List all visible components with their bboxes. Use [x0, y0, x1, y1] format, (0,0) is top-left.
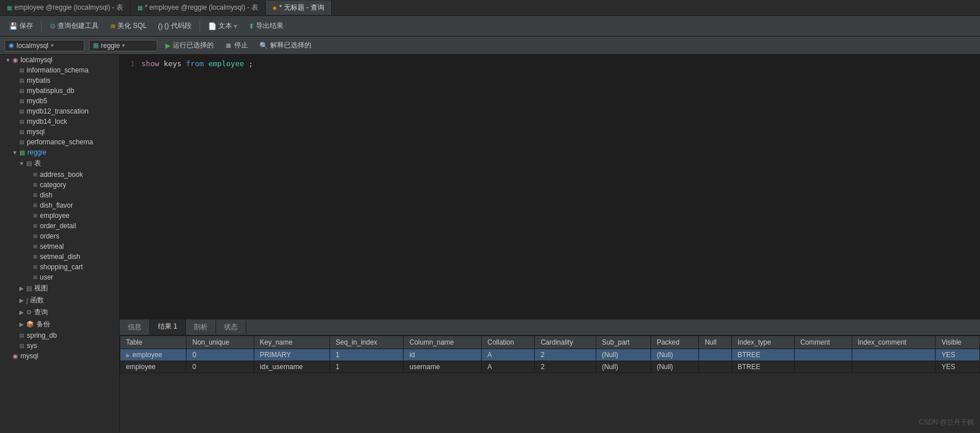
results-tabs: 信息 结果 1 剖析 状态: [120, 319, 980, 335]
sidebar-item-sys[interactable]: ▤ sys: [0, 341, 119, 351]
sidebar-label: setmeal: [40, 242, 64, 250]
sidebar-item-mysql-root[interactable]: ◉ mysql: [0, 351, 119, 361]
sidebar-item-mysql[interactable]: ▤ mysql: [0, 127, 119, 137]
sidebar-item-address-book[interactable]: ⊞ address_book: [0, 169, 119, 180]
sidebar-item-shopping-cart[interactable]: ⊞ shopping_cart: [0, 262, 119, 272]
sidebar-label: user: [40, 273, 53, 281]
arrow: ▶: [18, 285, 25, 292]
sidebar-item-localmysql[interactable]: ▼ ◉ localmysql: [0, 55, 119, 65]
cell-null: [699, 361, 732, 373]
sidebar-item-setmeal-dish[interactable]: ⊞ setmeal_dish: [0, 252, 119, 262]
sidebar-item-mydb14[interactable]: ▤ mydb14_lock: [0, 116, 119, 127]
stop-button[interactable]: ⏹ 停止: [222, 39, 251, 51]
folder-icon: ▤: [26, 285, 32, 292]
main-layout: ▼ ◉ localmysql ▤ information_schema ▤ my…: [0, 55, 980, 433]
tab-query[interactable]: ◈ * 无标题 - 查询: [266, 1, 332, 15]
table-icon: ⊞: [33, 213, 38, 218]
sidebar-item-mydb5[interactable]: ▤ mydb5: [0, 96, 119, 106]
tab-status[interactable]: 状态: [216, 320, 246, 334]
row-arrow: ▶: [126, 352, 131, 358]
sidebar-item-mybatisplus[interactable]: ▤ mybatisplus_db: [0, 86, 119, 96]
tab-employee-table2[interactable]: ▦ * employee @reggie (localmysql) - 表: [131, 1, 266, 15]
sidebar-item-order-detail[interactable]: ⊞ order_detail: [0, 221, 119, 231]
database-select[interactable]: ▦ reggie ▾: [89, 40, 157, 51]
sidebar-label-reggie: reggie: [27, 148, 46, 156]
run-button[interactable]: ▶ 运行已选择的: [162, 39, 217, 51]
expand-arrow-reggie: ▼: [11, 149, 18, 156]
sidebar-item-orders[interactable]: ⊞ orders: [0, 231, 119, 241]
table-icon: ⊞: [33, 254, 38, 260]
sidebar-item-setmeal[interactable]: ⊞ setmeal: [0, 241, 119, 252]
col-null: Null: [699, 336, 732, 349]
tab-result1[interactable]: 结果 1: [150, 319, 186, 335]
sidebar-item-dish[interactable]: ⊞ dish: [0, 190, 119, 200]
expand-arrow-tables: ▼: [18, 160, 25, 167]
sidebar-item-spring-db[interactable]: ▤ spring_db: [0, 330, 119, 341]
sidebar-item-backup[interactable]: ▶ 📦 备份: [0, 318, 119, 330]
table-icon: ▦: [7, 5, 12, 11]
explain-icon: 🔍: [259, 42, 268, 50]
col-comment: Comment: [794, 336, 852, 349]
sidebar-item-user[interactable]: ⊞ user: [0, 272, 119, 282]
cell-index-comment: [852, 361, 936, 373]
cell-collation: A: [481, 361, 534, 373]
export-button[interactable]: ⬆ 导出结果: [244, 19, 288, 33]
arrow: ▶: [18, 309, 25, 315]
sidebar-item-mydb12[interactable]: ▤ mydb12_transcation: [0, 106, 119, 116]
query-icon: ◈: [273, 5, 277, 11]
server-select[interactable]: ◉ localmysql ▾: [5, 40, 84, 51]
explain-button[interactable]: 🔍 解释已选择的: [256, 39, 315, 51]
sidebar-label: employee: [40, 212, 70, 220]
save-button[interactable]: 💾 保存: [5, 19, 38, 33]
cell-col-name: username: [404, 361, 482, 373]
sidebar-item-views[interactable]: ▶ ▤ 视图: [0, 282, 119, 294]
sql-editor[interactable]: 1 show keys from employee ;: [120, 55, 980, 319]
query-builder-icon: ⚙: [50, 22, 56, 30]
cell-non-unique: 0: [186, 361, 254, 373]
col-index-type: Index_type: [731, 336, 794, 349]
table-icon: ⊞: [33, 244, 38, 249]
db-icon: ▤: [19, 343, 25, 349]
cell-index-type: BTREE: [731, 361, 794, 373]
keyword-show: show: [141, 59, 159, 68]
sidebar-item-employee[interactable]: ⊞ employee: [0, 211, 119, 221]
table-icon: ⊞: [33, 223, 38, 229]
cell-comment: [794, 349, 852, 361]
sidebar-item-funcs[interactable]: ▶ ∫ 函数: [0, 294, 119, 306]
sidebar-item-information-schema[interactable]: ▤ information_schema: [0, 65, 119, 75]
tab-employee-table1[interactable]: ▦ employee @reggie (localmysql) - 表: [0, 1, 131, 15]
sidebar-item-performance[interactable]: ▤ performance_schema: [0, 137, 119, 147]
beautify-button[interactable]: ≋ 美化 SQL: [105, 19, 151, 33]
sidebar-item-mybatis[interactable]: ▤ mybatis: [0, 75, 119, 86]
text-button[interactable]: 📄 文本 ▾: [204, 19, 242, 33]
table-name: employee: [208, 59, 244, 68]
db-icon: ▦: [93, 42, 99, 49]
table-icon: ⊞: [33, 192, 38, 198]
db-icon: ▤: [19, 67, 25, 73]
tab-profiling[interactable]: 剖析: [186, 320, 216, 334]
sidebar-label: information_schema: [27, 66, 88, 74]
dropdown-arrow: ▾: [234, 22, 237, 30]
col-collation: Collation: [481, 336, 534, 349]
sidebar-item-queries[interactable]: ▶ ⚙ 查询: [0, 306, 119, 318]
sidebar-item-tables-folder[interactable]: ▼ ▤ 表: [0, 157, 119, 169]
sidebar-item-reggie[interactable]: ▼ ▦ reggie: [0, 147, 119, 157]
sidebar-item-category[interactable]: ⊞ category: [0, 180, 119, 190]
db-icon: ▤: [19, 139, 25, 145]
sidebar-label: setmeal_dish: [40, 253, 80, 261]
table-row[interactable]: ▶ employee 0 PRIMARY 1 id A 2 (Null) (Nu…: [120, 349, 980, 361]
db-dropdown-arrow: ▾: [122, 42, 125, 48]
col-column-name: Column_name: [404, 336, 482, 349]
cell-sub-part: (Null): [596, 349, 650, 361]
save-icon: 💾: [9, 22, 18, 30]
db-icon: ▤: [19, 129, 25, 135]
stop-icon: ⏹: [225, 42, 232, 50]
code-snippet-button[interactable]: () () 代码段: [153, 19, 196, 33]
table-icon2: ▦: [137, 5, 143, 11]
top-tabs-bar: ▦ employee @reggie (localmysql) - 表 ▦ * …: [0, 0, 980, 16]
tab-info[interactable]: 信息: [120, 320, 150, 334]
sidebar-item-dish-flavor[interactable]: ⊞ dish_flavor: [0, 200, 119, 211]
sidebar-label: mydb14_lock: [27, 118, 67, 126]
query-builder-button[interactable]: ⚙ 查询创建工具: [45, 19, 103, 33]
table-row[interactable]: employee 0 idx_username 1 username A 2 (…: [120, 361, 980, 373]
